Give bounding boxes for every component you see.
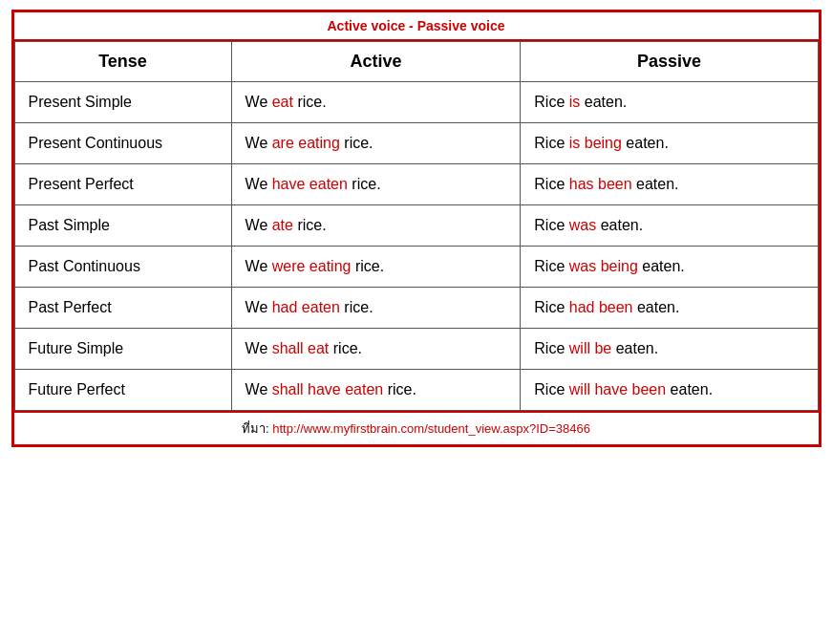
cell-tense: Past Perfect xyxy=(14,288,231,329)
cell-passive: Rice was eaten. xyxy=(521,205,818,247)
footer: ที่มา: http://www.myfirstbrain.com/stude… xyxy=(14,411,819,444)
table-row: Present PerfectWe have eaten rice.Rice h… xyxy=(14,164,818,205)
active-highlight: were eating xyxy=(272,258,352,274)
passive-highlight: is being xyxy=(569,135,622,151)
cell-tense: Past Simple xyxy=(14,205,231,247)
footer-label: ที่มา: xyxy=(242,421,272,436)
cell-passive: Rice had been eaten. xyxy=(521,288,818,329)
active-highlight: eat xyxy=(272,94,293,110)
cell-passive: Rice will be eaten. xyxy=(521,329,818,370)
passive-highlight: has been xyxy=(569,176,632,192)
cell-active: We shall eat rice. xyxy=(231,329,521,370)
col-header-active: Active xyxy=(231,42,521,82)
cell-passive: Rice was being eaten. xyxy=(521,247,818,288)
main-table: Tense Active Passive Present SimpleWe ea… xyxy=(14,41,819,411)
cell-passive: Rice will have been eaten. xyxy=(521,370,818,411)
active-highlight: are eating xyxy=(272,135,340,151)
passive-highlight: is xyxy=(569,94,581,110)
cell-active: We were eating rice. xyxy=(231,247,521,288)
cell-tense: Present Continuous xyxy=(14,123,231,164)
table-row: Present SimpleWe eat rice.Rice is eaten. xyxy=(14,82,818,123)
table-row: Past SimpleWe ate rice.Rice was eaten. xyxy=(14,205,818,247)
cell-passive: Rice is being eaten. xyxy=(521,123,818,164)
table-row: Past ContinuousWe were eating rice.Rice … xyxy=(14,247,818,288)
passive-highlight: was xyxy=(569,217,596,233)
table-row: Future SimpleWe shall eat rice.Rice will… xyxy=(14,329,818,370)
table-row: Future PerfectWe shall have eaten rice.R… xyxy=(14,370,818,411)
table-row: Past PerfectWe had eaten rice.Rice had b… xyxy=(14,288,818,329)
cell-tense: Present Simple xyxy=(14,82,231,123)
active-highlight: had eaten xyxy=(272,299,340,315)
cell-tense: Present Perfect xyxy=(14,164,231,205)
footer-link[interactable]: http://www.myfirstbrain.com/student_view… xyxy=(272,421,590,436)
cell-tense: Past Continuous xyxy=(14,247,231,288)
cell-active: We are eating rice. xyxy=(231,123,521,164)
cell-passive: Rice has been eaten. xyxy=(521,164,818,205)
active-highlight: have eaten xyxy=(272,176,348,192)
passive-highlight: will be xyxy=(569,340,611,356)
table-title: Active voice - Passive voice xyxy=(14,12,819,41)
cell-active: We eat rice. xyxy=(231,82,521,123)
cell-active: We ate rice. xyxy=(231,205,521,247)
col-header-passive: Passive xyxy=(521,42,818,82)
cell-tense: Future Perfect xyxy=(14,370,231,411)
table-wrapper: Active voice - Passive voice Tense Activ… xyxy=(11,10,821,447)
cell-active: We shall have eaten rice. xyxy=(231,370,521,411)
cell-active: We have eaten rice. xyxy=(231,164,521,205)
passive-highlight: was being xyxy=(569,258,638,274)
cell-tense: Future Simple xyxy=(14,329,231,370)
col-header-tense: Tense xyxy=(14,42,231,82)
passive-highlight: will have been xyxy=(569,381,666,397)
table-body: Present SimpleWe eat rice.Rice is eaten.… xyxy=(14,82,818,411)
cell-active: We had eaten rice. xyxy=(231,288,521,329)
table-row: Present ContinuousWe are eating rice.Ric… xyxy=(14,123,818,164)
active-highlight: shall eat xyxy=(272,340,330,356)
page-container: Active voice - Passive voice Tense Activ… xyxy=(0,0,832,644)
cell-passive: Rice is eaten. xyxy=(521,82,818,123)
active-highlight: shall have eaten xyxy=(272,381,384,397)
passive-highlight: had been xyxy=(569,299,633,315)
active-highlight: ate xyxy=(272,217,293,233)
header-row: Tense Active Passive xyxy=(14,42,818,82)
